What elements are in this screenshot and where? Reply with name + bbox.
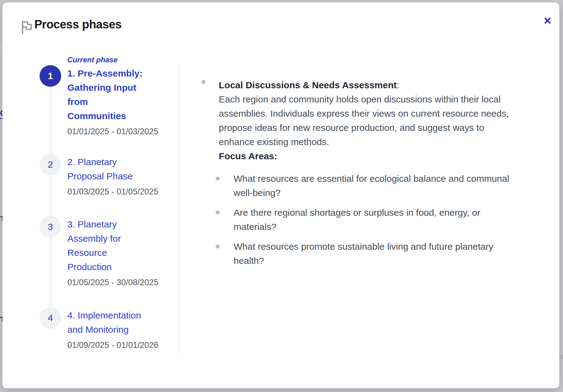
description-heading: Local Discussions & Needs Assessment bbox=[219, 80, 397, 90]
phase-item-1: Current phase 1. Pre-Assembly: Gathering… bbox=[67, 56, 158, 136]
phase-3-badge[interactable]: 3 bbox=[40, 216, 61, 238]
bullet-dot bbox=[216, 244, 220, 248]
bullet-dot bbox=[201, 80, 205, 84]
phase-3-number: 3 bbox=[48, 222, 53, 232]
flag-icon bbox=[20, 20, 34, 36]
description-paragraph: Each region and community holds open dis… bbox=[219, 92, 509, 149]
phase-4-number: 4 bbox=[48, 313, 53, 323]
focus-area-item: What resources promote sustainable livin… bbox=[234, 240, 493, 268]
close-icon[interactable]: ✕ bbox=[541, 14, 554, 28]
phase-item-2: 2. Planetary Proposal Phase 01/03/2025 -… bbox=[67, 155, 158, 197]
phase-4-title[interactable]: 4. Implementation and Monitoring bbox=[67, 308, 158, 337]
phase-2-title[interactable]: 2. Planetary Proposal Phase bbox=[67, 155, 158, 183]
phase-1-dates: 01/01/2025 - 01/03/2025 bbox=[67, 127, 158, 136]
phase-4-badge[interactable]: 4 bbox=[40, 307, 61, 329]
phase-item-4: 4. Implementation and Monitoring 01/09/2… bbox=[67, 308, 158, 350]
focus-areas-label: Focus Areas: bbox=[219, 149, 509, 163]
focus-area-item: Are there regional shortages or surpluse… bbox=[234, 206, 480, 234]
phase-description: Local Discussions & Needs Assessment: Ea… bbox=[219, 78, 509, 163]
phase-1-number: 1 bbox=[48, 71, 53, 81]
phase-1-title[interactable]: 1. Pre-Assembly: Gathering Input from Co… bbox=[67, 66, 158, 123]
phase-3-dates: 01/05/2025 - 30/08/2025 bbox=[67, 278, 158, 287]
phase-3-title[interactable]: 3. Planetary Assembly for Resource Produ… bbox=[67, 217, 158, 274]
timeline-connector bbox=[50, 76, 51, 318]
phase-2-number: 2 bbox=[48, 159, 53, 170]
process-phases-modal: Process phases ✕ 1 Current phase 1. Pre-… bbox=[2, 2, 559, 388]
current-phase-label: Current phase bbox=[67, 56, 158, 64]
phase-4-dates: 01/09/2025 - 01/01/2026 bbox=[67, 340, 158, 350]
phase-2-dates: 01/03/2025 - 01/05/2025 bbox=[67, 187, 158, 197]
screen: G n n Process phases ✕ 1 Current phase 1… bbox=[0, 0, 563, 392]
phase-item-3: 3. Planetary Assembly for Resource Produ… bbox=[67, 217, 158, 287]
phase-2-badge[interactable]: 2 bbox=[40, 154, 61, 175]
bullet-dot bbox=[216, 211, 220, 215]
background-page-fragment bbox=[559, 355, 563, 359]
phase-1-badge[interactable]: 1 bbox=[40, 65, 61, 87]
column-divider bbox=[179, 63, 180, 354]
focus-area-item: What resources are essential for ecologi… bbox=[234, 172, 509, 200]
modal-title: Process phases bbox=[34, 18, 121, 31]
bullet-dot bbox=[216, 177, 220, 181]
description-heading-colon: : bbox=[397, 80, 399, 90]
